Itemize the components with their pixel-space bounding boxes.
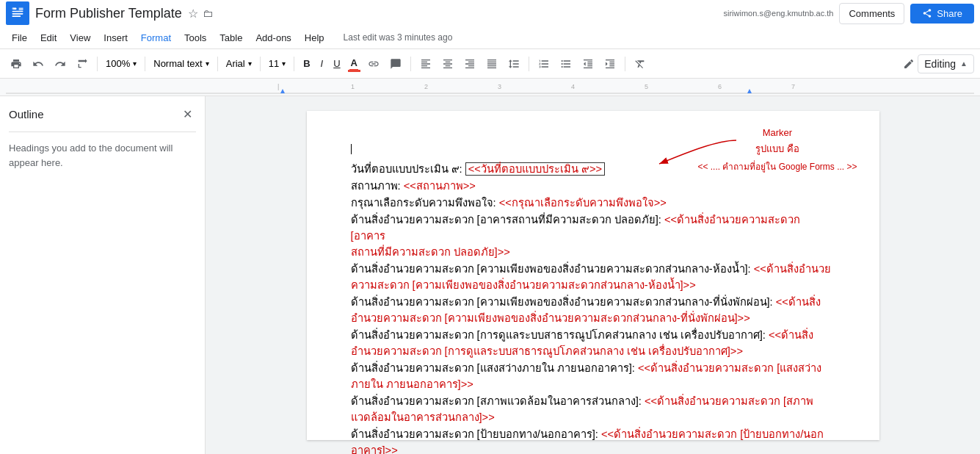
numbered-list-button[interactable] [534,55,554,73]
menu-bar: File Edit View Insert Format Tools Table… [0,26,980,48]
fontsize-select[interactable]: 11 ▾ [265,55,289,72]
menu-tools[interactable]: Tools [178,29,212,46]
align-justify-button[interactable] [482,55,502,73]
link-button[interactable] [363,55,384,73]
manage3-tag2: อำนวยความสะดวก [ความเพียงพอของสิ่งอำนวยค… [351,312,750,324]
divider3 [217,57,218,71]
menu-table[interactable]: Table [214,29,248,46]
clear-format-button[interactable] [630,55,650,73]
svg-text:5: 5 [645,83,648,90]
sidebar-close-button[interactable]: ✕ [178,105,196,123]
font-select[interactable]: Arial ▾ [222,55,255,72]
editing-chevron: ▲ [960,60,968,68]
title-icons: ☆ 🗀 [188,7,213,21]
svg-text:7: 7 [791,83,795,90]
menu-view[interactable]: View [64,29,96,46]
paint-format-button[interactable] [72,55,92,73]
comment-button[interactable] [385,55,406,73]
menu-format[interactable]: Format [135,29,177,46]
star-icon[interactable]: ☆ [188,7,198,21]
manage5-label: ด้านสิ่งอำนวยความสะดวก [แสงสว่างภายใน ภา… [351,362,638,374]
bulleted-list-icon [560,58,572,70]
svg-text:|: | [277,83,279,90]
share-button[interactable]: Share [910,4,974,24]
manage2-tag: <<ด้านสิ่งอำนวย [754,263,831,275]
satisfaction-label: กรุณาเลือกระดับความพึงพอใจ: [351,197,499,209]
numbered-list-icon [538,58,550,70]
svg-marker-14 [280,89,285,93]
document-area[interactable]: Marker รูปแบบ คือ << .... คำถามที่อยู่ใน… [206,96,980,454]
comments-button[interactable]: Comments [839,3,904,24]
user-email: siriwimon.s@eng.kmutnb.ac.th [723,9,833,18]
menu-file[interactable]: File [6,29,33,46]
redo-icon [54,58,66,70]
align-right-button[interactable] [460,55,480,73]
menu-edit[interactable]: Edit [35,29,62,46]
menu-help[interactable]: Help [299,29,330,46]
folder-icon[interactable]: 🗀 [203,7,213,19]
ruler-svg: | 1 2 3 4 5 6 7 [6,79,974,96]
manage4-tag: <<ด้านสิ่ง [769,329,813,341]
menu-addons[interactable]: Add-ons [250,29,297,46]
divider1 [97,57,98,71]
underline-button[interactable]: U [329,55,344,72]
zoom-select[interactable]: 100% ▾ [102,55,140,72]
doc-line-manage6: ด้านสิ่งอำนวยความสะดวก [สภาพแวดล้อมในอาค… [351,393,835,425]
svg-rect-3 [12,15,21,17]
document-page[interactable]: Marker รูปแบบ คือ << .... คำถามที่อยู่ใน… [307,111,879,440]
manage5-tag: <<ด้านสิ่งอำนวยความสะดวก [แสงสว่าง [638,362,821,374]
link-icon [368,58,380,70]
print-icon [10,58,22,70]
font-color-button[interactable]: A [346,54,362,73]
bulleted-list-button[interactable] [556,55,576,73]
manage4-tag2: อำนวยความสะดวก [การดูแลระบบสาธารณูปโภคส่… [351,345,743,357]
doc-line-manage4: ด้านสิ่งอำนวยความสะดวก [การดูแลระบบสาธาร… [351,327,835,359]
font-value: Arial [226,58,245,69]
last-edit-text: Last edit was 3 minutes ago [344,32,453,43]
manage2-label: ด้านสิ่งอำนวยความสะดวก [ความเพียงพอของสิ… [351,263,754,275]
manage6-tag2: แวดล้อมในอาคารส่วนกลาง]>> [351,411,495,423]
font-color-label: A [351,57,357,68]
line-spacing-button[interactable] [504,55,524,73]
undo-button[interactable] [28,55,48,73]
editing-mode[interactable]: Editing ▲ [918,54,974,73]
doc-line-satisfaction: กรุณาเลือกระดับความพึงพอใจ: <<กรุณาเลือก… [351,195,835,211]
print-button[interactable] [6,55,26,73]
app-icon: ≡ [6,1,29,25]
align-center-button[interactable] [438,55,458,73]
sidebar-hint: Headings you add to the document will ap… [9,141,196,170]
date-tag: <<วันที่ตอบแบบประเมิน ๙>> [465,162,605,176]
manage5-tag2: ภายใน ภายนอกอาคาร]>> [351,378,473,390]
doc-line-manage2: ด้านสิ่งอำนวยความสะดวก [ความเพียงพอของสิ… [351,261,835,293]
svg-text:1: 1 [351,83,355,90]
fontsize-value: 11 [269,58,279,69]
paint-format-icon [76,58,88,70]
sidebar: Outline ✕ Headings you add to the docume… [0,96,206,454]
annotation-arrow [656,134,744,171]
doc-line-manage5: ด้านสิ่งอำนวยความสะดวก [แสงสว่างภายใน ภา… [351,360,835,392]
status-tag: <<สถานภาพ>> [404,180,476,192]
svg-text:4: 4 [571,83,575,90]
decrease-indent-button[interactable] [578,55,598,73]
increase-indent-button[interactable] [600,55,620,73]
fontsize-chevron: ▾ [282,60,286,68]
redo-button[interactable] [50,55,70,73]
svg-text:≡: ≡ [12,7,14,11]
decrease-indent-icon [582,58,594,70]
zoom-chevron: ▾ [133,60,137,68]
doc-line-status: สถานภาพ: <<สถานภาพ>> [351,178,835,194]
title-right: siriwimon.s@eng.kmutnb.ac.th Comments Sh… [723,3,974,24]
menu-insert[interactable]: Insert [98,29,134,46]
undo-icon [32,58,44,70]
style-select[interactable]: Normal text ▾ [150,55,212,72]
bold-button[interactable]: B [299,55,314,72]
italic-button[interactable]: I [316,55,328,72]
svg-rect-2 [12,13,23,15]
manage7-label: ด้านสิ่งอำนวยความสะดวก [ป้ายบอกทาง/นอกอา… [351,428,601,440]
align-left-icon [420,58,432,70]
doc-line-manage1: ด้านสิ่งอำนวยความสะดวก [อาคารสถานที่มีคว… [351,212,835,260]
annotation-container: Marker รูปแบบ คือ << .... คำถามที่อยู่ใน… [697,126,857,173]
zoom-value: 100% [106,58,130,69]
align-left-button[interactable] [415,55,436,73]
manage3-label: ด้านสิ่งอำนวยความสะดวก [ความเพียงพอของสิ… [351,296,776,308]
